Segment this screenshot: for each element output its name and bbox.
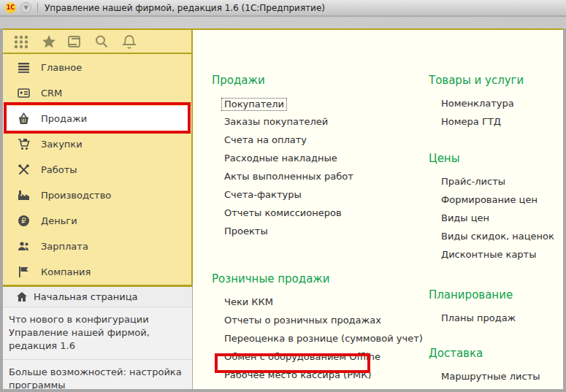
factory-icon — [18, 189, 30, 201]
link-rashodnye-nakladnye[interactable]: Расходные накладные — [224, 153, 403, 171]
sidebar-item-label: CRM — [41, 88, 62, 99]
link-list: Покупатели Заказы покупателей Счета на о… — [224, 98, 403, 244]
focused-link[interactable]: Покупатели — [221, 98, 287, 111]
section-title-ceny: Цены — [429, 152, 560, 165]
window-title: Управление нашей фирмой, редакция 1.6 (1… — [45, 3, 325, 13]
link-proekty[interactable]: Проекты — [224, 226, 403, 244]
tools-icon — [18, 164, 30, 176]
sidebar-item-label: Главное — [41, 62, 82, 73]
history-scroll-icon[interactable] — [66, 34, 82, 50]
apps-grid-icon[interactable] — [13, 34, 29, 50]
divider — [3, 359, 192, 360]
sidebar-item-dengi[interactable]: ₽ Деньги — [3, 208, 191, 234]
link-vidy-cen[interactable]: Виды цен — [441, 212, 560, 231]
1c-logo-icon: 1С — [5, 2, 16, 13]
command-panel: Продажи Покупатели Заказы покупателей Сч… — [193, 30, 563, 389]
flag-icon — [18, 266, 30, 278]
sidebar-menu: Главное CRM Продажи Закупки — [3, 55, 191, 285]
sidebar-item-zakupki[interactable]: Закупки — [3, 131, 191, 157]
link-diskontnye-karty[interactable]: Дисконтные карты — [441, 249, 560, 267]
sidebar-item-label: Производство — [41, 190, 111, 201]
section-sidebar: Главное CRM Продажи Закупки — [3, 30, 191, 285]
link-pereocenka-v-roznice[interactable]: Переоценка в рознице (суммовой учет) — [224, 333, 403, 351]
column-goods: Товары и услуги Номенклатура Номера ГТД … — [427, 74, 560, 389]
annotation-box-rmk — [215, 353, 370, 373]
link-otchety-komissionerov[interactable]: Отчеты комиссионеров — [224, 207, 403, 226]
window-frame — [0, 389, 566, 392]
link-list: Чеки ККМ Отчеты о розничных продажах Пер… — [224, 296, 403, 388]
sidebar-item-label: Деньги — [41, 215, 77, 226]
app-window: 1С ▼ Управление нашей фирмой, редакция 1… — [0, 0, 566, 392]
sidebar-item-glavnoe[interactable]: Главное — [3, 55, 191, 80]
sidebar-item-kompaniya[interactable]: Компания — [3, 259, 191, 285]
titlebar-separator — [37, 3, 38, 13]
home-panel: Начальная страница Что нового в конфигур… — [3, 287, 192, 389]
toolbar-divider — [3, 53, 191, 54]
notifications-bell-icon[interactable] — [121, 34, 137, 50]
section-title-roznichnye-prodazhi: Розничные продажи — [212, 272, 403, 285]
link-plany-prodazh[interactable]: Планы продаж — [441, 312, 560, 331]
home-page-label: Начальная страница — [34, 291, 137, 302]
link-otchety-o-roznichnyh-prodazhah[interactable]: Отчеты о розничных продажах — [224, 315, 403, 333]
link-scheta-na-oplatu[interactable]: Счета на оплату — [224, 134, 403, 153]
title-bar: 1С ▼ Управление нашей фирмой, редакция 1… — [0, 0, 566, 16]
section-title-dostavka: Доставка — [429, 347, 560, 360]
whats-new-link[interactable]: Что нового в конфигурации Управление наш… — [9, 313, 187, 353]
menu-lines-icon — [18, 61, 30, 74]
link-list: Планы продаж — [441, 312, 560, 331]
section-title-prodazhi: Продажи — [212, 74, 403, 87]
sidebar-item-label: Зарплата — [41, 241, 88, 252]
ruble-coin-icon: ₽ — [18, 215, 30, 227]
favorites-star-icon[interactable] — [41, 34, 57, 50]
link-formirovanie-cen[interactable]: Формирование цен — [441, 194, 560, 212]
home-page-button[interactable]: Начальная страница — [3, 287, 192, 307]
link-akty-vypolnennyh-rabot[interactable]: Акты выполненных работ — [224, 171, 403, 189]
sidebar-item-label: Работы — [41, 164, 77, 175]
link-list: Номенклатура Номера ГТД — [441, 98, 560, 134]
link-list: Прайс-листы Формирование цен Виды цен Ви… — [441, 176, 560, 267]
link-list: Маршрутные листы — [441, 371, 560, 389]
window-menu-button[interactable]: ▼ — [20, 2, 31, 13]
sidebar-item-zarplata[interactable]: Зарплата — [3, 234, 191, 259]
quick-toolbar — [3, 30, 191, 53]
link-cheki-kkm[interactable]: Чеки ККМ — [224, 296, 403, 315]
section-title-planirovanie: Планирование — [429, 288, 560, 301]
link-nomera-gtd[interactable]: Номера ГТД — [441, 116, 560, 134]
more-features-link[interactable]: Больше возможностей: настройка программы — [9, 366, 187, 392]
window-frame — [0, 28, 3, 392]
link-pokupateli[interactable]: Покупатели — [224, 98, 403, 116]
home-icon — [16, 291, 28, 302]
link-vidy-skidok-nacenok[interactable]: Виды скидок, наценок — [441, 231, 560, 249]
cart-icon — [18, 138, 30, 150]
link-marshrutnye-listy[interactable]: Маршрутные листы — [441, 371, 560, 389]
people-icon — [18, 240, 30, 253]
section-title-tovary-i-uslugi: Товары и услуги — [429, 74, 560, 87]
column-sales: Продажи Покупатели Заказы покупателей Сч… — [210, 74, 403, 389]
chrome-strip — [0, 17, 566, 28]
link-nomenklatura[interactable]: Номенклатура — [441, 98, 560, 116]
contact-card-icon — [18, 87, 30, 99]
sidebar-item-label: Закупки — [41, 139, 83, 150]
search-icon[interactable] — [93, 34, 110, 50]
svg-text:₽: ₽ — [21, 217, 26, 225]
divider — [3, 307, 192, 307]
annotation-box-sales — [4, 102, 191, 134]
link-zakazy-pokupatelei[interactable]: Заказы покупателей — [224, 116, 403, 134]
sidebar-item-label: Компания — [41, 266, 91, 277]
link-prais-listy[interactable]: Прайс-листы — [441, 176, 560, 194]
sidebar-item-raboty[interactable]: Работы — [3, 157, 191, 182]
link-scheta-faktury[interactable]: Счета-фактуры — [224, 189, 403, 207]
sidebar-item-proizvodstvo[interactable]: Производство — [3, 182, 191, 208]
window-frame — [563, 28, 566, 392]
